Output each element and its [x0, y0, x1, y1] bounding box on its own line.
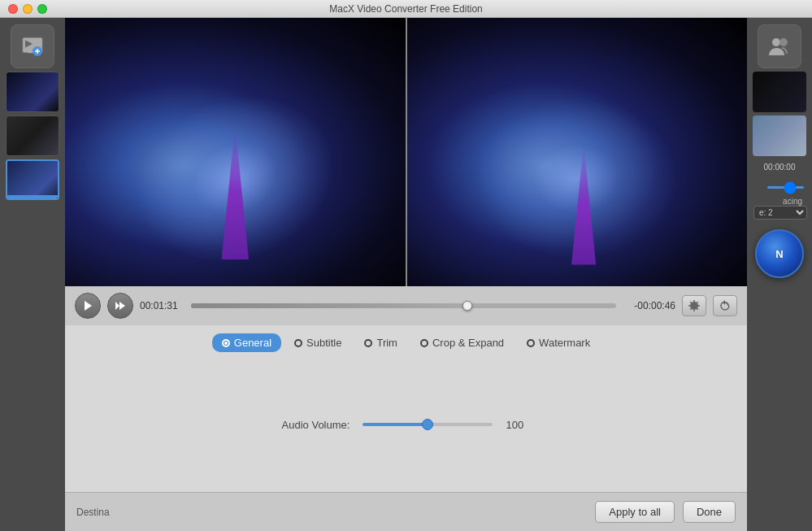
tab-subtitle[interactable]: Subtitle — [284, 333, 351, 352]
tab-bar: General Subtitle Trim Crop & Expand Wate… — [65, 325, 747, 357]
right-thumb-image-1 — [753, 72, 806, 112]
tab-label-trim: Trim — [376, 337, 397, 349]
destination-label: Destina — [76, 507, 587, 518]
tab-label-general: General — [234, 337, 271, 349]
tab-label-watermark: Watermark — [539, 337, 590, 349]
brightness-button[interactable] — [682, 295, 706, 316]
seek-thumb[interactable] — [462, 301, 472, 311]
video-pane-left — [65, 18, 406, 286]
video-frame-left — [65, 18, 406, 286]
audio-volume-slider[interactable] — [363, 423, 493, 426]
thumbnail-1[interactable] — [6, 72, 59, 112]
svg-marker-8 — [85, 301, 92, 311]
rotate-button[interactable] — [713, 295, 737, 316]
tab-trim[interactable]: Trim — [354, 333, 407, 352]
time-current: 00:01:31 — [140, 300, 185, 311]
tab-crop-expand[interactable]: Crop & Expand — [410, 333, 514, 352]
seek-fill — [191, 303, 467, 308]
right-controls: acing e: 2 e: 1 e: 3 e: 4 — [747, 185, 812, 220]
tab-general[interactable]: General — [212, 333, 281, 352]
close-button[interactable] — [8, 4, 18, 14]
fast-forward-icon — [115, 300, 126, 311]
thumb-image-3 — [7, 161, 58, 198]
time-remaining: -00:00:46 — [623, 300, 675, 311]
svg-point-12 — [779, 38, 788, 46]
thumbnail-2[interactable] — [6, 115, 59, 156]
left-sidebar: ▶ — [0, 18, 65, 531]
right-sidebar: 00:00:00 acing e: 2 e: 1 e: 3 e: 4 N — [747, 18, 812, 531]
tab-content-general: Audio Volume: 100 — [65, 357, 747, 492]
audio-volume-label: Audio Volume: — [282, 419, 350, 431]
tab-radio-trim — [364, 339, 372, 347]
right-time-display: 00:00:00 — [762, 159, 797, 175]
tab-watermark[interactable]: Watermark — [517, 333, 600, 352]
brightness-icon — [688, 299, 701, 312]
audio-volume-row: Audio Volume: 100 — [282, 419, 531, 431]
add-video-button[interactable]: ▶ — [11, 24, 54, 68]
app-body: ▶ — [0, 18, 812, 531]
rotate-icon — [719, 299, 732, 312]
tab-label-crop: Crop & Expand — [432, 337, 504, 349]
minimize-button[interactable] — [23, 4, 33, 14]
thumb-image-1 — [7, 72, 59, 111]
tab-panel: General Subtitle Trim Crop & Expand Wate… — [65, 325, 747, 531]
done-button[interactable]: Done — [683, 501, 736, 523]
tab-radio-watermark — [527, 339, 535, 347]
play-icon — [82, 300, 93, 311]
footer-row: Destina Apply to all Done — [65, 492, 747, 531]
users-button[interactable] — [758, 24, 801, 68]
tab-radio-subtitle — [294, 339, 302, 347]
spacing-label: acing — [783, 197, 807, 206]
app-title: MacX Video Converter Free Edition — [329, 3, 483, 15]
users-icon — [767, 34, 792, 59]
title-bar: MacX Video Converter Free Edition — [0, 0, 812, 18]
selected-indicator — [7, 195, 58, 198]
right-slider-row — [764, 185, 807, 190]
svg-rect-7 — [37, 49, 38, 54]
seek-bar[interactable] — [191, 303, 616, 308]
right-thumbnail-2[interactable] — [753, 115, 806, 156]
apply-to-all-button[interactable]: Apply to all — [595, 501, 675, 523]
video-frame-right — [407, 18, 748, 286]
center-content: 00:01:31 -00:00:46 — [65, 18, 747, 531]
right-slider[interactable] — [767, 186, 804, 189]
fast-forward-button[interactable] — [107, 293, 133, 319]
add-icon: ▶ — [20, 34, 45, 59]
svg-marker-9 — [115, 302, 119, 310]
run-button[interactable]: N — [755, 229, 804, 278]
thumbnail-3[interactable] — [6, 159, 59, 200]
tab-radio-general — [222, 339, 230, 347]
svg-marker-10 — [119, 302, 125, 310]
audio-volume-value: 100 — [506, 419, 530, 431]
maximize-button[interactable] — [37, 4, 47, 14]
tab-label-subtitle: Subtitle — [306, 337, 341, 349]
tab-radio-crop — [420, 339, 428, 347]
video-pane-right — [406, 18, 748, 286]
right-select[interactable]: e: 2 e: 1 e: 3 e: 4 — [753, 206, 807, 220]
run-button-label: N — [775, 248, 783, 260]
svg-point-11 — [772, 38, 780, 46]
video-preview — [65, 18, 747, 286]
window-controls[interactable] — [8, 4, 47, 14]
thumb-image-2 — [7, 116, 59, 155]
play-button[interactable] — [75, 293, 101, 319]
controls-bar: 00:01:31 -00:00:46 — [65, 286, 747, 325]
right-thumb-image-2 — [753, 115, 806, 156]
right-thumbnail-1[interactable] — [753, 72, 806, 112]
